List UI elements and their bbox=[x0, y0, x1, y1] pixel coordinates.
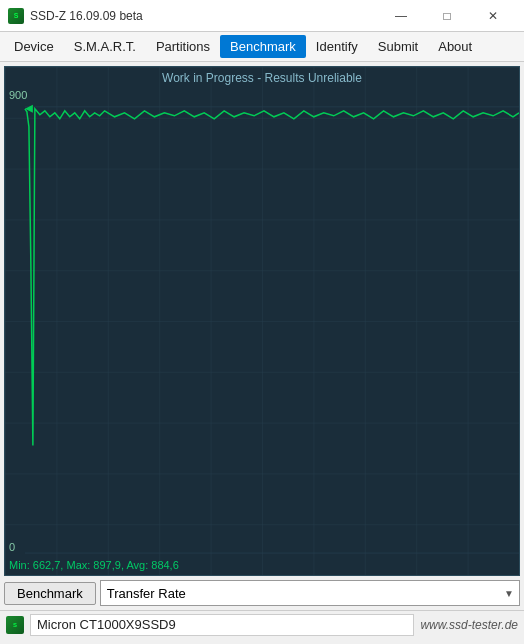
menu-identify[interactable]: Identify bbox=[306, 35, 368, 58]
status-bar: S Micron CT1000X9SSD9 www.ssd-tester.de bbox=[0, 610, 524, 638]
close-button[interactable]: ✕ bbox=[470, 0, 516, 32]
maximize-button[interactable]: □ bbox=[424, 0, 470, 32]
chart-y-max: 900 bbox=[9, 89, 27, 101]
title-bar-left: S SSD-Z 16.09.09 beta bbox=[8, 8, 143, 24]
bottom-toolbar: Benchmark Transfer Rate ▼ bbox=[0, 576, 524, 610]
menu-about[interactable]: About bbox=[428, 35, 482, 58]
app-icon: S bbox=[8, 8, 24, 24]
svg-rect-1 bbox=[5, 67, 519, 575]
chart-svg bbox=[5, 67, 519, 575]
benchmark-button[interactable]: Benchmark bbox=[4, 582, 96, 605]
transfer-rate-select[interactable]: Transfer Rate bbox=[100, 580, 520, 606]
menu-benchmark[interactable]: Benchmark bbox=[220, 35, 306, 58]
minimize-button[interactable]: — bbox=[378, 0, 424, 32]
menu-smart[interactable]: S.M.A.R.T. bbox=[64, 35, 146, 58]
status-app-icon: S bbox=[6, 616, 24, 634]
chart-title: Work in Progress - Results Unreliable bbox=[5, 71, 519, 85]
title-bar-title: SSD-Z 16.09.09 beta bbox=[30, 9, 143, 23]
status-website: www.ssd-tester.de bbox=[420, 618, 518, 632]
chart-area: Work in Progress - Results Unreliable 90… bbox=[4, 66, 520, 576]
title-bar: S SSD-Z 16.09.09 beta — □ ✕ bbox=[0, 0, 524, 32]
transfer-rate-wrapper: Transfer Rate ▼ bbox=[100, 580, 520, 606]
chart-y-min: 0 bbox=[9, 541, 15, 553]
menu-bar: Device S.M.A.R.T. Partitions Benchmark I… bbox=[0, 32, 524, 62]
menu-partitions[interactable]: Partitions bbox=[146, 35, 220, 58]
status-drive-name: Micron CT1000X9SSD9 bbox=[30, 614, 414, 636]
chart-stats: Min: 662,7, Max: 897,9, Avg: 884,6 bbox=[9, 559, 179, 571]
title-bar-controls: — □ ✕ bbox=[378, 0, 516, 32]
menu-device[interactable]: Device bbox=[4, 35, 64, 58]
menu-submit[interactable]: Submit bbox=[368, 35, 428, 58]
